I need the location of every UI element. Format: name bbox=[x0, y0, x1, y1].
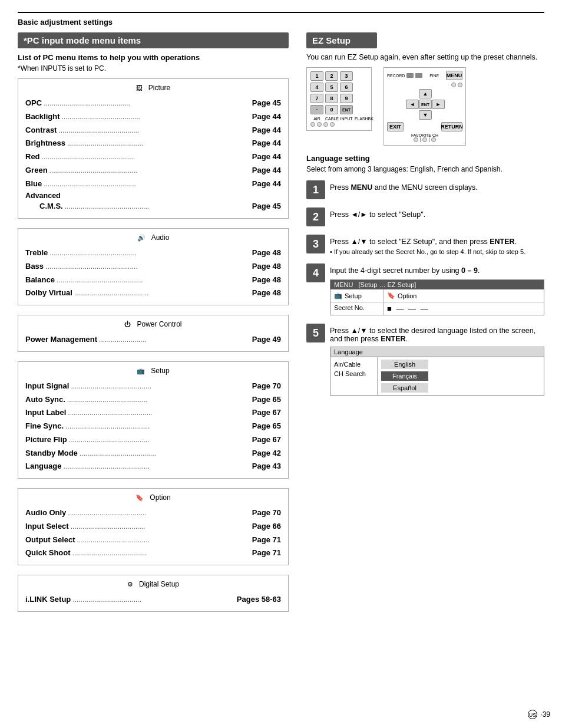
menu-option-item: 🔖 Option bbox=[384, 289, 420, 302]
record-area: RECORD bbox=[387, 73, 422, 78]
language-label: Language bbox=[25, 460, 61, 473]
bottom-dot-3 bbox=[323, 122, 328, 127]
input-signal-page: Page 70 bbox=[252, 380, 281, 393]
power-label: Power Control bbox=[137, 320, 181, 328]
fav-dot-2 bbox=[422, 137, 427, 142]
arrow-right: ► bbox=[432, 100, 445, 109]
step-5-number: 5 bbox=[306, 324, 325, 342]
opc-dots: ........................................… bbox=[44, 97, 250, 110]
language-page: Page 43 bbox=[252, 460, 281, 473]
secret-dash-value: ■ — — — bbox=[387, 304, 429, 313]
favorite-ch-label: FAVORITE CH bbox=[411, 133, 438, 137]
treble-row: Treble .................................… bbox=[25, 246, 281, 260]
key-9: 9 bbox=[340, 94, 353, 103]
key-6: 6 bbox=[340, 83, 353, 92]
key-1: 1 bbox=[310, 71, 323, 81]
picture-flip-label: Picture Flip bbox=[25, 433, 67, 447]
brightness-dots: ....................................... bbox=[67, 137, 250, 150]
ch-search-item: CH Search bbox=[334, 369, 373, 378]
language-table: Language Air/Cable CH Search English Fra… bbox=[330, 347, 544, 396]
arrow-area: ▲ ◄ ENT ► ▼ bbox=[387, 89, 462, 120]
francais-option[interactable]: Français bbox=[381, 371, 428, 381]
keypad-grid: 1 2 3 4 5 6 7 8 9 · 0 ENT bbox=[310, 71, 368, 114]
us-circle: US bbox=[528, 710, 537, 719]
power-mgmt-label: Power Management bbox=[25, 333, 97, 347]
ez-setup-header: EZ Setup bbox=[306, 32, 377, 48]
cms-row: C.M.S. .................................… bbox=[25, 200, 281, 213]
dolby-label: Dolby Virtual bbox=[25, 286, 72, 300]
input-signal-row: Input Signal ...........................… bbox=[25, 380, 281, 393]
record-dots bbox=[387, 83, 462, 87]
power-mgmt-page: Page 49 bbox=[252, 333, 281, 347]
auto-sync-row: Auto Sync. .............................… bbox=[25, 393, 281, 407]
lang-table-left-col: Air/Cable CH Search bbox=[330, 357, 378, 395]
output-select-dots: ..................................... bbox=[77, 534, 250, 546]
left-column: *PC input mode menu items List of PC men… bbox=[18, 32, 289, 621]
opc-page: Page 45 bbox=[252, 97, 281, 110]
power-mgmt-dots: ........................ bbox=[99, 334, 250, 346]
step-2-row: 2 Press ◄/► to select "Setup". bbox=[306, 207, 544, 226]
english-option[interactable]: English bbox=[381, 360, 428, 369]
backlight-row: Backlight ..............................… bbox=[25, 110, 281, 124]
blue-dots: ........................................… bbox=[44, 178, 250, 190]
contrast-dots: ........................................… bbox=[58, 124, 250, 137]
input-label-btn: INPUT bbox=[340, 117, 353, 121]
brightness-page: Page 44 bbox=[252, 137, 281, 150]
bottom-dot-2 bbox=[317, 122, 322, 127]
key-5: 5 bbox=[325, 83, 338, 92]
exit-btn: EXIT bbox=[387, 122, 404, 131]
power-icon-bar: Power Control bbox=[25, 320, 281, 328]
input-label-page: Page 67 bbox=[252, 406, 281, 420]
setup-icon-bar: Setup bbox=[25, 367, 281, 375]
setup-icon-small: 📺 bbox=[334, 292, 342, 299]
fav-sep bbox=[420, 137, 421, 142]
input-select-dots: ...................................... bbox=[71, 521, 250, 533]
step-2-number: 2 bbox=[306, 207, 325, 226]
input-label-row: Input Label ............................… bbox=[25, 406, 281, 420]
digital-menu-box: Digital Setup i.LINK Setup .............… bbox=[18, 575, 289, 612]
advanced-row: Advanced bbox=[25, 192, 281, 200]
keypad-bottom-dots bbox=[310, 122, 368, 127]
input-select-label: Input Select bbox=[25, 520, 69, 533]
two-column-layout: *PC input mode menu items List of PC men… bbox=[18, 32, 544, 621]
output-select-row: Output Select ..........................… bbox=[25, 533, 281, 547]
step-4-content: Input the 4-digit secret number by using… bbox=[330, 263, 544, 315]
record-dot-2 bbox=[458, 83, 462, 87]
secret-no-label: Secret No. bbox=[330, 302, 384, 315]
page-num-text: ·39 bbox=[540, 710, 550, 719]
quick-shoot-label: Quick Shoot bbox=[25, 546, 71, 560]
bass-dots: ........................................… bbox=[45, 261, 250, 273]
cms-label: C.M.S. bbox=[39, 200, 63, 213]
standby-mode-row: Standby Mode ...........................… bbox=[25, 447, 281, 460]
key-dot: · bbox=[310, 105, 323, 114]
blue-row: Blue ...................................… bbox=[25, 177, 281, 191]
output-select-label: Output Select bbox=[25, 533, 75, 547]
audio-only-page: Page 70 bbox=[252, 506, 281, 520]
fine-label: FINE bbox=[429, 74, 439, 78]
picture-flip-dots: ........................................… bbox=[69, 434, 250, 446]
step-5-row: 5 Press ▲/▼ to select the desired langua… bbox=[306, 324, 544, 396]
enter-bold-5: ENTER bbox=[381, 335, 405, 343]
lang-setting-desc: Select from among 3 languages: English, … bbox=[306, 165, 544, 173]
blue-label: Blue bbox=[25, 177, 42, 191]
auto-sync-label: Auto Sync. bbox=[25, 393, 65, 407]
dolby-row: Dolby Virtual ..........................… bbox=[25, 286, 281, 300]
picture-flip-row: Picture Flip ...........................… bbox=[25, 433, 281, 447]
standby-mode-dots: ....................................... bbox=[80, 447, 250, 460]
red-page: Page 44 bbox=[252, 150, 281, 164]
quick-shoot-dots: ...................................... bbox=[72, 547, 250, 559]
standby-mode-page: Page 42 bbox=[252, 447, 281, 460]
option-text: Option bbox=[398, 292, 416, 299]
quick-shoot-row: Quick Shoot ............................… bbox=[25, 546, 281, 560]
right-column: EZ Setup You can run EZ Setup again, eve… bbox=[306, 32, 544, 621]
setup-text: Setup bbox=[345, 292, 362, 299]
quick-shoot-page: Page 71 bbox=[252, 546, 281, 560]
green-page: Page 44 bbox=[252, 164, 281, 177]
backlight-dots: ........................................ bbox=[62, 111, 250, 123]
espanol-option[interactable]: Español bbox=[381, 383, 428, 393]
digital-icon bbox=[127, 580, 135, 588]
option-icon bbox=[135, 493, 146, 502]
enter-bold-3: ENTER bbox=[490, 238, 514, 246]
output-select-page: Page 71 bbox=[252, 533, 281, 547]
record-label: RECORD bbox=[387, 74, 405, 78]
